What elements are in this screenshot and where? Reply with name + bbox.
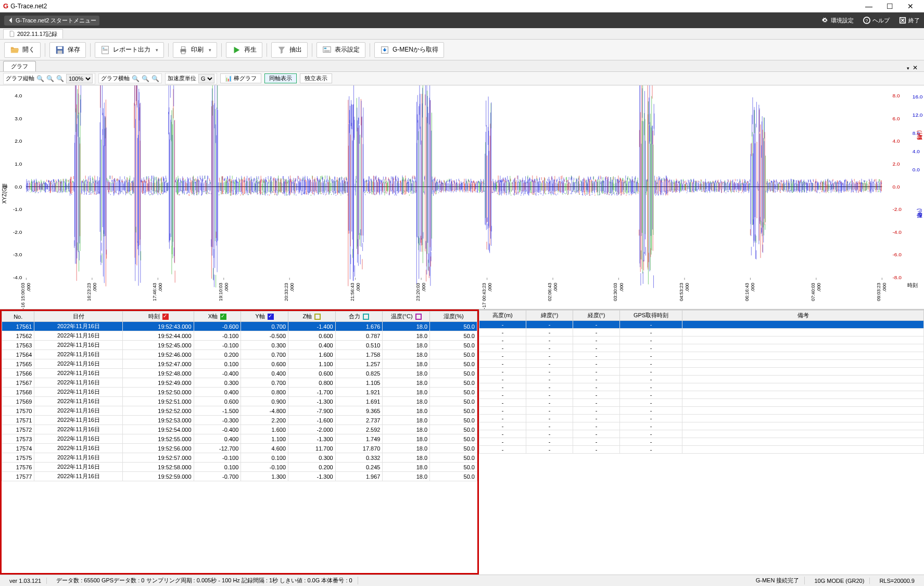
report-button[interactable]: レポート出力▾	[95, 42, 164, 58]
humid-checkbox[interactable]	[415, 314, 422, 320]
res-checkbox[interactable]	[314, 314, 321, 320]
col-humid[interactable]: 湿度(%)	[430, 311, 477, 322]
status-bar: ver 1.03.121 データ数 : 65500 GPSデータ数 : 0 サン…	[0, 575, 924, 586]
col-no[interactable]: No.	[2, 311, 34, 322]
col-x[interactable]: X軸	[194, 311, 241, 322]
zoom-reset-v-icon[interactable]: 🔍	[56, 75, 64, 82]
zoom-in-v-icon[interactable]: 🔍	[36, 75, 44, 82]
svg-text:12.0: 12.0	[913, 112, 923, 118]
data-table-right[interactable]: 高度(m) 緯度(°) 経度(°) GPS取得時刻 備考 -----------…	[479, 309, 924, 575]
same-axis-button[interactable]: 同軸表示	[264, 73, 297, 83]
z-checkbox[interactable]	[268, 314, 274, 320]
svg-rect-4	[58, 46, 62, 49]
table-row[interactable]: ----	[479, 336, 924, 344]
table-row[interactable]: ----	[479, 368, 924, 376]
help-icon: ?	[863, 17, 870, 24]
table-row[interactable]: 175682022年11月16日19:52:50.0000.4000.800-1…	[2, 388, 477, 397]
unit-select[interactable]: G	[198, 74, 214, 83]
col-note[interactable]: 備考	[682, 310, 924, 321]
back-to-start-button[interactable]: G-Trace.net2 スタートメニュー	[4, 16, 99, 26]
table-row[interactable]: ----	[479, 360, 924, 368]
zoom-out-h-icon[interactable]: 🔍	[142, 75, 149, 82]
table-row[interactable]: ----	[479, 407, 924, 415]
col-lon[interactable]: 経度(°)	[573, 310, 620, 321]
table-row[interactable]: 175702022年11月16日19:52:52.000-1.500-4.800…	[2, 406, 477, 416]
table-row[interactable]: 175632022年11月16日19:52:45.000-0.1000.3000…	[2, 341, 477, 350]
table-row[interactable]: 175642022年11月16日19:52:46.0000.2000.7001.…	[2, 350, 477, 359]
separate-axis-button[interactable]: 独立表示	[300, 73, 332, 83]
table-row[interactable]: 175652022年11月16日19:52:47.0000.1000.6001.…	[2, 359, 477, 369]
minimize-button[interactable]: —	[858, 2, 879, 10]
play-button[interactable]: 再生	[226, 42, 262, 58]
extract-button[interactable]: 抽出	[271, 42, 308, 58]
svg-text:.000: .000	[750, 283, 755, 292]
table-row[interactable]: ----	[479, 383, 924, 391]
col-res[interactable]: 合力	[335, 311, 383, 322]
y-checkbox[interactable]	[220, 314, 226, 320]
open-button[interactable]: 開く	[4, 42, 41, 58]
zoom-in-h-icon[interactable]: 🔍	[132, 75, 140, 82]
table-row[interactable]: 175612022年11月16日19:52:43.000-0.6000.700-…	[2, 322, 477, 331]
table-row[interactable]: 175712022年11月16日19:52:53.000-0.3002.200-…	[2, 416, 477, 425]
data-table-left[interactable]: No. 日付 時刻 X軸 Y軸 Z軸 合力 温度(°C) 湿度(%) 17561…	[0, 309, 479, 575]
table-row[interactable]: 175662022年11月16日19:52:48.000-0.4000.4000…	[2, 369, 477, 378]
table-row[interactable]: ----	[479, 376, 924, 383]
col-y[interactable]: Y軸	[241, 311, 288, 322]
table-row[interactable]: 175762022年11月16日19:52:58.0000.100-0.1000…	[2, 463, 477, 472]
table-row[interactable]: ----	[479, 415, 924, 422]
svg-rect-12	[181, 51, 185, 54]
close-button[interactable]: ✕	[900, 2, 921, 10]
table-row[interactable]: ----	[479, 446, 924, 454]
print-button[interactable]: 印刷▾	[173, 42, 217, 58]
x-checkbox[interactable]	[162, 314, 169, 320]
table-row[interactable]: ----	[479, 329, 924, 336]
table-row[interactable]: ----	[479, 438, 924, 446]
status-rls: RLS=20000.9	[874, 578, 920, 584]
table-row[interactable]: 175622022年11月16日19:52:44.000-0.100-0.500…	[2, 331, 477, 341]
svg-text:2.0: 2.0	[892, 161, 900, 167]
table-row[interactable]: ----	[479, 391, 924, 399]
col-temp[interactable]: 温度(°C)	[383, 311, 430, 322]
zoom-out-v-icon[interactable]: 🔍	[46, 75, 54, 82]
tab-graph[interactable]: グラフ	[3, 61, 36, 71]
table-row[interactable]: ----	[479, 321, 924, 329]
chart-area[interactable]: XYZ軸(G) 温度(℃) 湿度(%) 時刻 -4.0-3.0-2.0-1.00…	[0, 85, 924, 309]
table-row[interactable]: 175692022年11月16日19:52:51.0000.6000.900-1…	[2, 397, 477, 406]
maximize-button[interactable]: ☐	[879, 2, 900, 10]
display-settings-button[interactable]: 表示設定	[317, 42, 365, 58]
table-row[interactable]: 175752022年11月16日19:52:57.000-0.1000.1000…	[2, 453, 477, 463]
svg-text:.000: .000	[685, 283, 690, 292]
bar-graph-button[interactable]: 📊 棒グラフ	[220, 73, 261, 83]
col-date[interactable]: 日付	[34, 311, 123, 322]
status-datacount: データ数 : 65500 GPSデータ数 : 0 サンプリング周期 : 0.00…	[51, 577, 358, 584]
col-time[interactable]: 時刻	[123, 311, 194, 322]
table-row[interactable]: ----	[479, 430, 924, 438]
table-row[interactable]: ----	[479, 399, 924, 407]
table-row[interactable]: 175722022年11月16日19:52:54.000-0.4001.600-…	[2, 425, 477, 434]
svg-text:.000: .000	[224, 283, 229, 292]
save-button[interactable]: 保存	[49, 42, 86, 58]
table-row[interactable]: ----	[479, 422, 924, 430]
svg-text:-8.0: -8.0	[892, 275, 902, 280]
temp-checkbox[interactable]	[363, 314, 369, 320]
table-row[interactable]: 175742022年11月16日19:52:56.000-12.7004.600…	[2, 444, 477, 453]
svg-text:.000: .000	[92, 283, 97, 292]
tab-close-button[interactable]: ▾✕	[904, 64, 921, 71]
table-row[interactable]: 175672022年11月16日19:52:49.0000.3000.7000.…	[2, 378, 477, 388]
table-row[interactable]: ----	[479, 352, 924, 360]
gmen-import-button[interactable]: G-MENから取得	[374, 42, 444, 58]
exit-menu[interactable]: 終了	[899, 17, 920, 24]
table-row[interactable]: 175772022年11月16日19:52:59.000-0.7001.300-…	[2, 472, 477, 481]
col-alt[interactable]: 高度(m)	[479, 310, 526, 321]
help-menu[interactable]: ? ヘルプ	[863, 17, 890, 24]
zoom-reset-h-icon[interactable]: 🔍	[151, 75, 159, 82]
col-gpstime[interactable]: GPS取得時刻	[620, 310, 682, 321]
haxis-label: グラフ横軸	[101, 74, 130, 82]
col-z[interactable]: Z軸	[288, 311, 336, 322]
table-row[interactable]: ----	[479, 344, 924, 352]
settings-menu[interactable]: 環境設定	[821, 17, 854, 24]
document-tab[interactable]: 2022.11.17記録	[3, 29, 63, 39]
col-lat[interactable]: 緯度(°)	[526, 310, 573, 321]
zoom-select[interactable]: 100%	[66, 74, 93, 83]
table-row[interactable]: 175732022年11月16日19:52:55.0000.4001.100-1…	[2, 434, 477, 444]
